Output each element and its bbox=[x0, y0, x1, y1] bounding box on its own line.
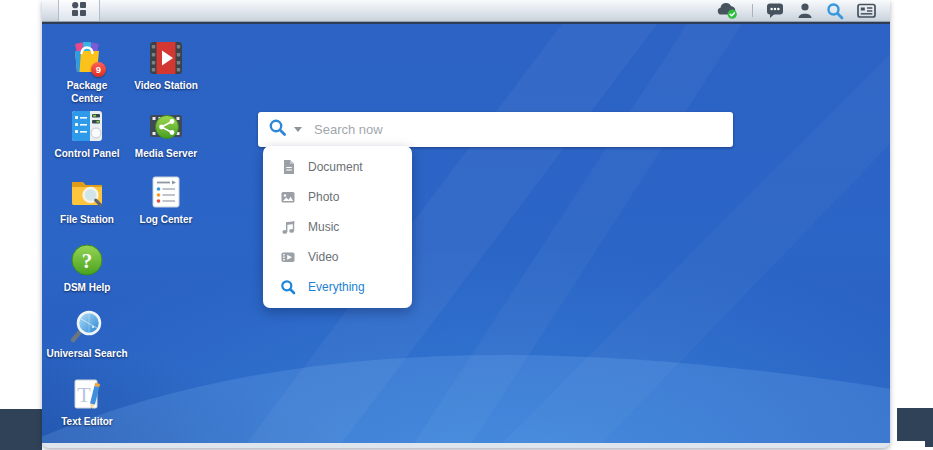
background-navy-left bbox=[0, 409, 42, 450]
background-navy-right bbox=[897, 408, 933, 441]
menu-item-document[interactable]: Document bbox=[263, 152, 412, 182]
video-icon bbox=[279, 249, 297, 265]
package-center-badge: 9 bbox=[91, 62, 106, 77]
background-navy-right-notch bbox=[925, 438, 933, 447]
dsm-help-icon: ? bbox=[69, 242, 105, 278]
menu-item-everything[interactable]: Everything bbox=[263, 272, 412, 302]
menu-item-photo[interactable]: Photo bbox=[263, 182, 412, 212]
desktop-icon-universal-search[interactable]: Universal Search bbox=[49, 308, 125, 361]
desktop-icon-label: Video Station bbox=[96, 80, 236, 93]
tray-separator bbox=[752, 4, 753, 17]
desktop-icon-label: Log Center bbox=[96, 214, 236, 227]
desktop-icon-label: DSM Help bbox=[42, 282, 157, 295]
desktop-icon-log-center[interactable]: Log Center bbox=[128, 174, 204, 227]
photo-icon bbox=[279, 189, 297, 205]
log-center-icon bbox=[148, 174, 184, 210]
menu-item-label: Everything bbox=[308, 280, 365, 294]
desktop-icon-label: Text Editor bbox=[42, 416, 157, 429]
everything-search-icon bbox=[279, 279, 297, 295]
menu-item-label: Video bbox=[308, 250, 338, 264]
cloud-sync-status-icon[interactable] bbox=[717, 2, 739, 20]
desktop-icon-text-editor[interactable]: T Text Editor bbox=[49, 376, 125, 429]
menu-item-label: Music bbox=[308, 220, 339, 234]
desktop-icon-package-center[interactable]: 9 Package Center bbox=[49, 40, 125, 105]
desktop-icon-label: Universal Search bbox=[42, 348, 157, 361]
dsm-desktop-window: 9 Package Center bbox=[42, 0, 890, 448]
search-scope-caret[interactable] bbox=[294, 127, 302, 132]
universal-search-icon bbox=[69, 308, 105, 344]
text-editor-icon: T bbox=[69, 376, 105, 412]
desktop-area: 9 Package Center bbox=[42, 24, 890, 443]
notifications-chat-icon[interactable] bbox=[766, 2, 784, 19]
main-menu-grid-icon bbox=[72, 2, 86, 20]
music-icon bbox=[279, 219, 297, 235]
file-station-icon bbox=[69, 174, 105, 210]
menu-item-music[interactable]: Music bbox=[263, 212, 412, 242]
desktop-icon-dsm-help[interactable]: ? DSM Help bbox=[49, 242, 125, 295]
svg-text:?: ? bbox=[82, 249, 93, 273]
menu-item-label: Document bbox=[308, 160, 363, 174]
search-input[interactable] bbox=[314, 122, 723, 137]
svg-text:T: T bbox=[77, 382, 91, 407]
menu-item-label: Photo bbox=[308, 190, 339, 204]
video-station-icon bbox=[148, 40, 184, 76]
widgets-panel-icon[interactable] bbox=[857, 2, 876, 19]
top-taskbar bbox=[42, 0, 890, 22]
user-options-icon[interactable] bbox=[797, 2, 813, 19]
control-panel-icon bbox=[69, 108, 105, 144]
document-icon bbox=[279, 159, 297, 175]
search-icon[interactable] bbox=[826, 2, 844, 20]
search-scope-menu: Document Photo bbox=[263, 146, 412, 308]
search-magnifier-icon bbox=[268, 118, 287, 141]
menu-item-video[interactable]: Video bbox=[263, 242, 412, 272]
desktop-icon-video-station[interactable]: Video Station bbox=[128, 40, 204, 93]
desktop-icon-media-server[interactable]: Media Server bbox=[128, 108, 204, 161]
media-server-icon bbox=[148, 108, 184, 144]
desktop-icon-label: Media Server bbox=[96, 148, 236, 161]
taskbar-tray bbox=[717, 0, 876, 21]
search-bar[interactable] bbox=[258, 112, 733, 147]
main-menu-button[interactable] bbox=[58, 0, 100, 21]
